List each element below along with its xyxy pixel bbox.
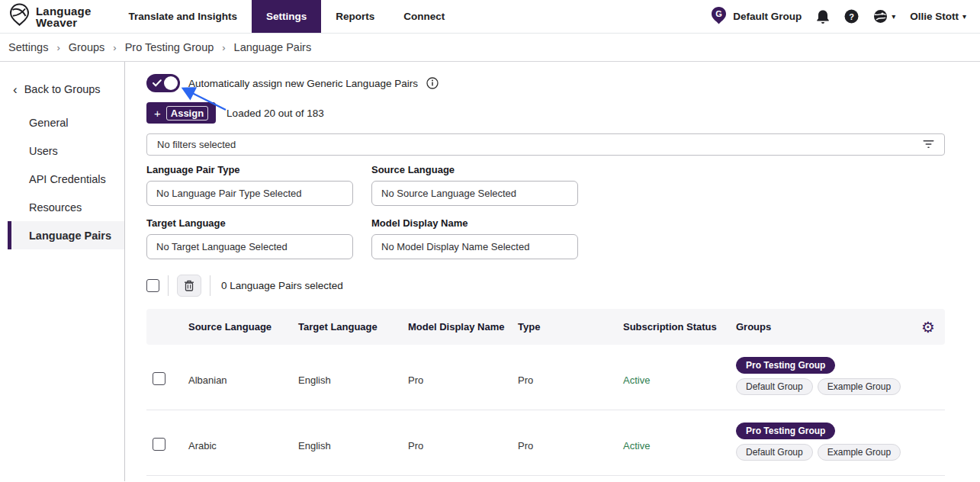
- breadcrumb-separator: ›: [222, 42, 225, 53]
- selection-count: 0 Language Pairs selected: [221, 280, 343, 291]
- chevron-down-icon: ▾: [892, 12, 895, 21]
- cell-type: [518, 476, 623, 482]
- select-all-checkbox[interactable]: [146, 279, 159, 292]
- cell-source-language: [188, 476, 298, 482]
- assign-row: + Assign Loaded 20 out of 183: [146, 102, 980, 124]
- filter-source-language: Source LanguageNo Source Language Select…: [371, 164, 578, 217]
- chevron-left-icon: ‹: [13, 83, 18, 96]
- filter-label-model-display-name: Model Display Name: [371, 217, 578, 229]
- group-badge[interactable]: Default Group: [736, 378, 813, 395]
- back-to-groups-label: Back to Groups: [24, 83, 101, 95]
- cell-target-language: English: [298, 410, 408, 451]
- cell-subscription-status: Active: [623, 410, 736, 451]
- brand-logo[interactable]: Language Weaver: [0, 0, 104, 33]
- cell-groups: Pro Testing GroupDefault Group: [736, 476, 911, 482]
- globe-language-icon[interactable]: ▾: [873, 9, 895, 24]
- topbar-nav-item-reports[interactable]: Reports: [321, 0, 389, 33]
- cell-source-language: Arabic: [188, 410, 298, 451]
- col-groups: Groups: [736, 321, 911, 333]
- loaded-status: Loaded 20 out of 183: [227, 108, 324, 119]
- filter-model-display-name: Model Display NameNo Model Display Name …: [371, 217, 578, 271]
- group-selector-label: Default Group: [733, 11, 802, 22]
- breadcrumb-separator: ›: [56, 42, 59, 53]
- page: Language Weaver Translate and InsightsSe…: [0, 0, 980, 482]
- topbar-right: G Default Group ?: [711, 0, 980, 33]
- sidebar-item-users[interactable]: Users: [0, 137, 124, 165]
- col-target-language: Target Language: [298, 321, 408, 333]
- topbar-nav-item-translate-and-insights[interactable]: Translate and Insights: [114, 0, 252, 33]
- language-weaver-pin-icon: [9, 3, 30, 30]
- filter-language-pair-type: Language Pair TypeNo Language Pair Type …: [146, 164, 353, 217]
- check-icon: [153, 79, 162, 87]
- filter-input-model-display-name[interactable]: No Model Display Name Selected: [371, 234, 578, 259]
- row-checkbox[interactable]: [153, 438, 165, 451]
- info-icon[interactable]: [426, 77, 439, 89]
- group-selector[interactable]: G Default Group: [711, 6, 802, 27]
- filter-target-language: Target LanguageNo Target Language Select…: [146, 217, 353, 271]
- breadcrumb-item-pro-testing-group[interactable]: Pro Testing Group: [125, 41, 214, 53]
- filter-label-target-language: Target Language: [146, 217, 353, 229]
- topbar-nav-item-connect[interactable]: Connect: [389, 0, 459, 33]
- table-row: Pro Testing GroupDefault Group: [146, 476, 945, 482]
- group-badge[interactable]: Pro Testing Group: [736, 357, 835, 374]
- trash-icon: [184, 280, 194, 291]
- assign-button[interactable]: + Assign: [146, 102, 216, 124]
- toggle-knob: [164, 76, 178, 90]
- filters-summary-text: No filters selected: [157, 139, 236, 150]
- cell-groups: Pro Testing GroupDefault GroupExample Gr…: [736, 345, 911, 395]
- row-checkbox-cell: [146, 410, 188, 451]
- user-menu[interactable]: Ollie Stott ▾: [910, 11, 966, 22]
- breadcrumb-separator: ›: [113, 42, 116, 53]
- svg-text:?: ?: [849, 12, 854, 21]
- col-subscription-status: Subscription Status: [623, 321, 736, 333]
- cell-model-display-name: Pro: [408, 345, 518, 386]
- cell-source-language: Albanian: [188, 345, 298, 386]
- sidebar-item-general[interactable]: General: [0, 108, 124, 137]
- breadcrumb-item-language-pairs[interactable]: Language Pairs: [234, 41, 312, 53]
- gear-icon[interactable]: ⚙: [921, 320, 935, 335]
- table-body: AlbanianEnglishProProActivePro Testing G…: [146, 345, 945, 482]
- sidebar-item-language-pairs[interactable]: Language Pairs: [8, 221, 124, 249]
- col-type: Type: [518, 321, 623, 333]
- group-badge[interactable]: Example Group: [818, 378, 901, 395]
- back-to-groups-link[interactable]: ‹ Back to Groups: [0, 80, 124, 98]
- notifications-bell-icon[interactable]: [816, 9, 830, 24]
- group-badge[interactable]: Example Group: [818, 444, 901, 461]
- group-badge[interactable]: Default Group: [736, 444, 813, 461]
- filters-grid: Language Pair TypeNo Language Pair Type …: [146, 164, 795, 271]
- row-checkbox-cell: [146, 345, 188, 385]
- auto-assign-label: Automatically assign new Generic Languag…: [188, 78, 418, 89]
- filter-icon[interactable]: [923, 138, 934, 152]
- col-model-display-name: Model Display Name: [408, 321, 518, 333]
- filter-input-language-pair-type[interactable]: No Language Pair Type Selected: [146, 181, 353, 206]
- divider: [210, 275, 210, 296]
- brand-name: Language Weaver: [36, 5, 91, 28]
- selection-toolbar: 0 Language Pairs selected: [146, 274, 980, 297]
- table-header: Source Language Target Language Model Di…: [146, 309, 945, 345]
- group-badge[interactable]: Pro Testing Group: [736, 423, 835, 439]
- cell-model-display-name: [408, 476, 518, 482]
- help-icon[interactable]: ?: [844, 9, 859, 24]
- breadcrumb-item-settings[interactable]: Settings: [8, 41, 48, 53]
- row-checkbox[interactable]: [153, 372, 165, 385]
- topbar-nav-item-settings[interactable]: Settings: [252, 0, 321, 33]
- col-source-language: Source Language: [188, 321, 298, 333]
- filters-summary-bar[interactable]: No filters selected: [146, 133, 945, 156]
- chevron-down-icon: ▾: [962, 12, 966, 21]
- auto-assign-row: Automatically assign new Generic Languag…: [146, 74, 980, 92]
- auto-assign-toggle[interactable]: [146, 74, 180, 92]
- sidebar-list: GeneralUsersAPI CredentialsResourcesLang…: [0, 108, 124, 249]
- filter-label-language-pair-type: Language Pair Type: [146, 164, 353, 175]
- language-pairs-table: Source Language Target Language Model Di…: [146, 309, 945, 482]
- table-row: AlbanianEnglishProProActivePro Testing G…: [146, 345, 945, 410]
- main-content: Automatically assign new Generic Languag…: [125, 62, 980, 481]
- sidebar-item-api-credentials[interactable]: API Credentials: [0, 165, 124, 193]
- topbar-nav: Translate and InsightsSettingsReportsCon…: [114, 0, 459, 33]
- filter-input-target-language[interactable]: No Target Language Selected: [146, 234, 353, 259]
- sidebar-item-resources[interactable]: Resources: [0, 193, 124, 221]
- delete-button[interactable]: [177, 275, 201, 297]
- filter-input-source-language[interactable]: No Source Language Selected: [371, 181, 578, 206]
- sidebar: ‹ Back to Groups GeneralUsersAPI Credent…: [0, 62, 125, 481]
- breadcrumb-item-groups[interactable]: Groups: [69, 41, 105, 53]
- topbar: Language Weaver Translate and InsightsSe…: [0, 0, 980, 34]
